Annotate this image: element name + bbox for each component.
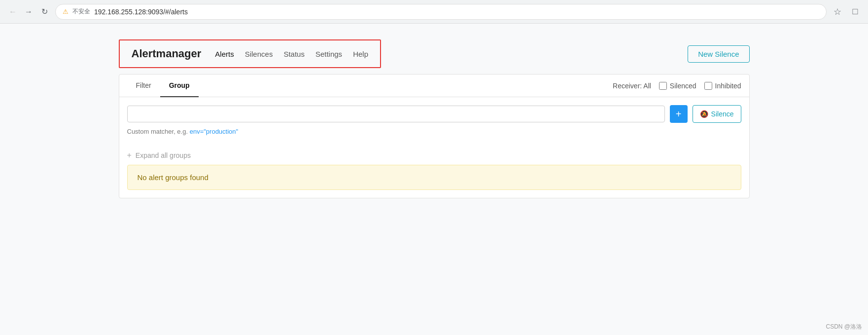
filter-input[interactable] — [127, 106, 665, 122]
custom-matcher-text: Custom matcher, e.g. — [127, 128, 188, 135]
new-silence-button[interactable]: New Silence — [688, 45, 749, 63]
navbar: Alertmanager Alerts Silences Status Sett… — [89, 34, 779, 74]
inhibited-checkbox[interactable] — [704, 82, 712, 90]
filter-area: + 🔕 Silence Custom matcher, e.g. env="pr… — [119, 97, 749, 143]
url-display: 192.168.255.128:9093/#/alerts — [94, 8, 188, 16]
nav-alerts[interactable]: Alerts — [215, 50, 234, 58]
extensions-button[interactable]: □ — [848, 5, 862, 19]
custom-matcher-hint: Custom matcher, e.g. env="production" — [127, 128, 741, 135]
nav-status[interactable]: Status — [283, 50, 305, 58]
main-card: Filter Group Receiver: All Silenced Inhi… — [119, 74, 750, 198]
warning-icon: ⚠ — [63, 8, 69, 15]
tabs: Filter Group — [127, 74, 199, 97]
no-alerts-message: No alert groups found — [138, 173, 208, 182]
main-container: Filter Group Receiver: All Silenced Inhi… — [89, 74, 779, 198]
nav-help[interactable]: Help — [353, 50, 368, 58]
browser-actions: ☆ □ — [831, 5, 862, 19]
reload-button[interactable]: ↻ — [37, 5, 51, 19]
insecure-label: 不安全 — [72, 7, 90, 16]
expand-groups-label[interactable]: Expand all groups — [136, 151, 191, 159]
custom-matcher-example[interactable]: env="production" — [190, 128, 239, 135]
silenced-label: Silenced — [670, 82, 696, 90]
watermark: CSDN @洛洛 — [826, 323, 862, 331]
silenced-checkbox[interactable] — [659, 82, 667, 90]
navbar-left: Alertmanager Alerts Silences Status Sett… — [119, 39, 381, 68]
address-bar[interactable]: ⚠ 不安全 192.168.255.128:9093/#/alerts — [55, 4, 827, 20]
page-content: Alertmanager Alerts Silences Status Sett… — [0, 24, 868, 335]
filter-input-row: + 🔕 Silence — [127, 105, 741, 123]
nav-settings[interactable]: Settings — [315, 50, 342, 58]
silence-icon: 🔕 — [700, 110, 708, 118]
filter-controls: Receiver: All Silenced Inhibited — [613, 82, 741, 90]
silence-button[interactable]: 🔕 Silence — [693, 105, 741, 123]
inhibited-checkbox-group: Inhibited — [704, 82, 741, 90]
tab-filter[interactable]: Filter — [127, 74, 160, 97]
add-matcher-button[interactable]: + — [670, 105, 688, 123]
silence-button-label: Silence — [711, 110, 734, 118]
bookmark-button[interactable]: ☆ — [831, 5, 844, 19]
nav-silences[interactable]: Silences — [245, 50, 273, 58]
card-header: Filter Group Receiver: All Silenced Inhi… — [119, 74, 749, 97]
navbar-links: Alerts Silences Status Settings Help — [215, 50, 368, 58]
nav-buttons: ← → ↻ — [6, 5, 51, 19]
silenced-checkbox-group: Silenced — [659, 82, 696, 90]
no-alerts-banner: No alert groups found — [127, 165, 741, 190]
brand-name: Alertmanager — [132, 47, 202, 60]
expand-groups: + Expand all groups — [119, 143, 749, 165]
tab-group[interactable]: Group — [160, 74, 199, 97]
forward-button[interactable]: → — [22, 5, 35, 19]
browser-chrome: ← → ↻ ⚠ 不安全 192.168.255.128:9093/#/alert… — [0, 0, 868, 24]
expand-plus-icon: + — [127, 151, 132, 160]
back-button[interactable]: ← — [6, 5, 20, 19]
inhibited-label: Inhibited — [715, 82, 741, 90]
receiver-label: Receiver: All — [613, 82, 651, 90]
